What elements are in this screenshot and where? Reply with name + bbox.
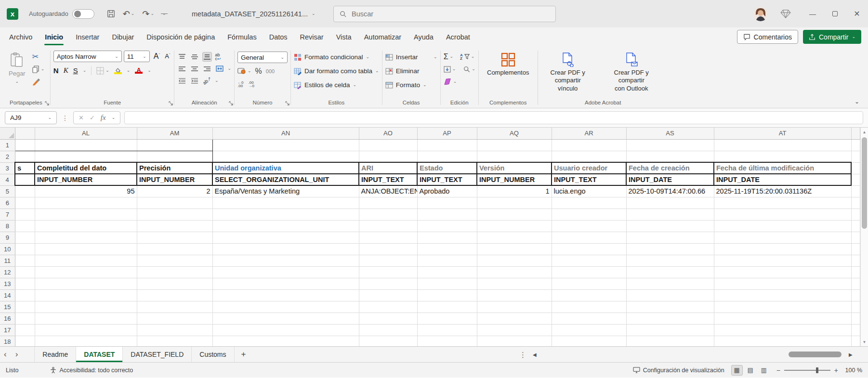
menu-tab-archivo[interactable]: Archivo bbox=[3, 27, 39, 47]
zoom-slider-thumb[interactable] bbox=[816, 367, 818, 373]
cell-AP15[interactable] bbox=[417, 301, 477, 313]
cell-AO2[interactable] bbox=[359, 151, 417, 162]
row-header-16[interactable]: 16 bbox=[0, 313, 15, 324]
menu-tab-revisar[interactable]: Revisar bbox=[294, 27, 330, 47]
fill-down-button[interactable]: ⌄ bbox=[444, 64, 456, 74]
cell-stub10[interactable] bbox=[15, 243, 35, 255]
row-header-2[interactable]: 2 bbox=[0, 151, 15, 162]
cell-AP2[interactable] bbox=[417, 151, 477, 162]
cell-AR8[interactable] bbox=[552, 220, 626, 232]
cell-AQ1[interactable] bbox=[477, 139, 552, 151]
redo-button[interactable]: ↷⌄ bbox=[139, 7, 157, 21]
cell-AP13[interactable] bbox=[417, 278, 477, 289]
cell-AP16[interactable] bbox=[417, 313, 477, 324]
cell-AO12[interactable] bbox=[359, 266, 417, 278]
cell-stub15[interactable] bbox=[15, 301, 35, 313]
cell-AO18[interactable] bbox=[359, 336, 417, 346]
cut-button[interactable]: ✂ bbox=[32, 52, 45, 62]
cell-AN13[interactable] bbox=[212, 278, 359, 289]
cell-AM8[interactable] bbox=[137, 220, 212, 232]
cell-AN12[interactable] bbox=[212, 266, 359, 278]
row-header-10[interactable]: 10 bbox=[0, 243, 15, 255]
underline-chevron-icon[interactable]: ⌄ bbox=[83, 68, 87, 73]
hscroll-right-icon[interactable]: ▶ bbox=[849, 347, 853, 363]
cell-AM9[interactable] bbox=[137, 232, 212, 243]
row-header-8[interactable]: 8 bbox=[0, 220, 15, 232]
row-header-9[interactable]: 9 bbox=[0, 232, 15, 243]
cell-AT1[interactable] bbox=[714, 139, 851, 151]
cell-AR4[interactable]: INPUT_TEXT bbox=[552, 174, 626, 185]
cell-AL6[interactable] bbox=[35, 197, 137, 209]
cell-AN9[interactable] bbox=[212, 232, 359, 243]
cell-styles-button[interactable]: Estilos de celda⌄ bbox=[294, 79, 379, 91]
cell-AO10[interactable] bbox=[359, 243, 417, 255]
create-pdf-link-button[interactable]: Crear PDF ycompartir vínculo bbox=[541, 51, 595, 94]
fill-color-button[interactable] bbox=[114, 67, 122, 74]
cell-AM11[interactable] bbox=[137, 255, 212, 266]
font-dialog-launcher-icon[interactable] bbox=[169, 101, 173, 105]
column-header-AT[interactable]: AT bbox=[714, 128, 851, 139]
cell-stub16[interactable] bbox=[15, 313, 35, 324]
cell-AT15[interactable] bbox=[714, 301, 851, 313]
cell-AL5[interactable]: 95 bbox=[35, 185, 137, 197]
cell-AL7[interactable] bbox=[35, 209, 137, 220]
cell-AO1[interactable] bbox=[359, 139, 417, 151]
cell-AL12[interactable] bbox=[35, 266, 137, 278]
delete-cells-button[interactable]: Eliminar bbox=[385, 65, 437, 77]
cell-AR9[interactable] bbox=[552, 232, 626, 243]
cancel-entry-icon[interactable]: ✕ bbox=[79, 114, 84, 121]
cell-AN1[interactable] bbox=[212, 139, 359, 151]
cell-AL8[interactable] bbox=[35, 220, 137, 232]
number-format-select[interactable]: General⌄ bbox=[237, 52, 288, 63]
cell-AM12[interactable] bbox=[137, 266, 212, 278]
merge-chevron-icon[interactable]: ⌄ bbox=[227, 66, 231, 71]
cell-AQ5[interactable]: 1 bbox=[477, 185, 552, 197]
increase-font-icon[interactable]: Aˆ bbox=[152, 52, 162, 61]
cell-AO6[interactable] bbox=[359, 197, 417, 209]
sort-filter-button[interactable]: AZ ⌄ bbox=[460, 52, 474, 62]
customize-toolbar-icon[interactable] bbox=[161, 13, 168, 14]
copy-button[interactable]: ⌄ bbox=[32, 64, 45, 74]
premium-gem-icon[interactable] bbox=[780, 10, 791, 18]
menu-tab-automatizar[interactable]: Automatizar bbox=[358, 27, 408, 47]
align-top-icon[interactable] bbox=[177, 52, 187, 62]
confirm-entry-icon[interactable]: ✓ bbox=[90, 114, 95, 121]
cell-AR6[interactable] bbox=[552, 197, 626, 209]
cell-AM6[interactable] bbox=[137, 197, 212, 209]
save-icon[interactable] bbox=[104, 8, 118, 20]
cell-AS7[interactable] bbox=[626, 209, 714, 220]
cell-AM13[interactable] bbox=[137, 278, 212, 289]
cell-AT7[interactable] bbox=[714, 209, 851, 220]
fx-chevron-icon[interactable]: ⌄ bbox=[112, 116, 116, 120]
cell-AM18[interactable] bbox=[137, 336, 212, 346]
increase-indent-icon[interactable] bbox=[190, 76, 199, 86]
cell-AR2[interactable] bbox=[552, 151, 626, 162]
cell-AO13[interactable] bbox=[359, 278, 417, 289]
cell-AN10[interactable] bbox=[212, 243, 359, 255]
cell-AN14[interactable] bbox=[212, 289, 359, 301]
cell-AR16[interactable] bbox=[552, 313, 626, 324]
cell-stub17[interactable] bbox=[15, 324, 35, 336]
cell-stub4[interactable] bbox=[15, 174, 35, 185]
cell-AQ3[interactable]: Versión bbox=[477, 162, 552, 174]
cell-stub5[interactable] bbox=[15, 185, 35, 197]
cell-AM7[interactable] bbox=[137, 209, 212, 220]
cell-AL4[interactable]: INPUT_NUMBER bbox=[35, 174, 137, 185]
menu-tab-acrobat[interactable]: Acrobat bbox=[440, 27, 476, 47]
zoom-in-icon[interactable]: + bbox=[834, 366, 838, 374]
cell-AR18[interactable] bbox=[552, 336, 626, 346]
cell-AO4[interactable]: INPUT_TEXT bbox=[359, 174, 417, 185]
cell-AS11[interactable] bbox=[626, 255, 714, 266]
view-normal-icon[interactable]: ▦ bbox=[731, 365, 743, 376]
cell-AS2[interactable] bbox=[626, 151, 714, 162]
cell-stub8[interactable] bbox=[15, 220, 35, 232]
number-dialog-launcher-icon[interactable] bbox=[285, 101, 289, 105]
cell-AQ17[interactable] bbox=[477, 324, 552, 336]
find-select-button[interactable]: ⌄ bbox=[463, 64, 475, 74]
row-header-18[interactable]: 18 bbox=[0, 336, 15, 346]
row-header-6[interactable]: 6 bbox=[0, 197, 15, 209]
autosave-toggle[interactable] bbox=[72, 9, 94, 19]
cell-AL18[interactable] bbox=[35, 336, 137, 346]
borders-button[interactable]: ⌄ bbox=[96, 65, 109, 76]
increase-decimal-icon[interactable]: ←0.00 bbox=[237, 81, 243, 88]
